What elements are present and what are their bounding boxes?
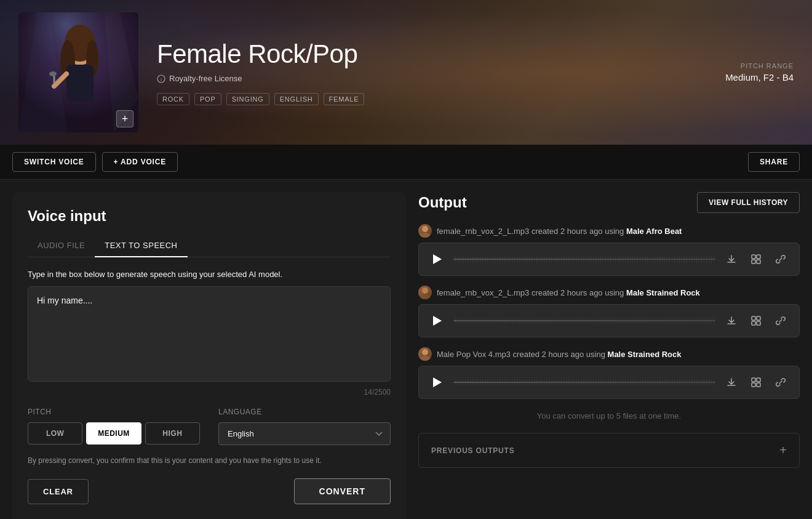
output-item-3-header: Male Pop Vox 4.mp3 created 2 hours ago u…	[418, 347, 800, 361]
hero-image: +	[18, 12, 138, 132]
output-item-2-label: female_rnb_vox_2_L.mp3 created 2 hours a…	[437, 288, 700, 297]
output-header: Output VIEW FULL HISTORY	[418, 192, 800, 213]
pitch-control: Pitch LOW MEDIUM HIGH	[28, 408, 200, 445]
share-button[interactable]: SHARE	[748, 152, 800, 172]
view-history-button[interactable]: VIEW FULL HISTORY	[697, 192, 800, 213]
svg-point-21	[422, 288, 428, 294]
clear-button[interactable]: CLEAR	[28, 479, 89, 504]
switch-voice-button[interactable]: SWITCH VOICE	[12, 152, 96, 172]
convert-button[interactable]: CONVERT	[294, 478, 391, 504]
tag-english: ENGLISH	[274, 93, 319, 105]
tag-singing: SINGING	[226, 93, 269, 105]
link-button-1[interactable]	[772, 251, 789, 268]
switch-voice-label: SWITCH VOICE	[24, 158, 84, 166]
voice-input-panel: Voice input AUDIO FILE TEXT TO SPEECH Ty…	[12, 192, 406, 519]
previous-outputs-expand-icon[interactable]: +	[779, 443, 787, 457]
svg-point-29	[420, 356, 431, 361]
pitch-buttons: LOW MEDIUM HIGH	[28, 422, 200, 445]
download-button-1[interactable]	[723, 251, 740, 268]
svg-point-15	[420, 233, 431, 238]
play-button-1[interactable]	[429, 251, 446, 268]
play-button-2[interactable]	[429, 312, 446, 329]
player-actions-1	[723, 251, 789, 268]
svg-rect-26	[752, 321, 755, 325]
output-avatar-2	[418, 286, 432, 299]
grid-button-1[interactable]	[747, 251, 765, 268]
download-button-3[interactable]	[723, 374, 740, 391]
download-button-2[interactable]	[723, 312, 740, 329]
svg-rect-19	[752, 260, 755, 264]
svg-rect-27	[757, 321, 760, 325]
pitch-range-label: PITCH RANGE	[725, 62, 794, 70]
hero-license: i Royalty-free License	[157, 74, 725, 83]
toolbar: SWITCH VOICE + ADD VOICE SHARE	[0, 145, 812, 180]
waveform-2	[453, 320, 715, 321]
output-avatar-1	[418, 224, 432, 238]
controls-row: Pitch LOW MEDIUM HIGH Language English	[28, 408, 391, 445]
grid-button-2[interactable]	[747, 312, 765, 329]
output-panel: Output VIEW FULL HISTORY female_rnb_vox_…	[418, 192, 800, 519]
link-button-3[interactable]	[772, 374, 789, 391]
svg-rect-33	[752, 383, 755, 387]
pitch-low-button[interactable]: LOW	[28, 422, 82, 445]
audio-player-1	[418, 243, 800, 276]
output-item-3-label: Male Pop Vox 4.mp3 created 2 hours ago u…	[437, 350, 681, 359]
output-limit-note: You can convert up to 5 files at one tim…	[418, 411, 800, 420]
output-item-3: Male Pop Vox 4.mp3 created 2 hours ago u…	[418, 347, 800, 399]
tab-audio-file[interactable]: AUDIO FILE	[28, 236, 95, 257]
hero-title: Female Rock/Pop	[157, 39, 725, 69]
pitch-medium-button[interactable]: MEDIUM	[86, 422, 141, 445]
play-button-3[interactable]	[429, 374, 446, 391]
license-text: Royalty-free License	[169, 74, 242, 83]
tts-hint: Type in the box below to generate speech…	[28, 270, 391, 279]
output-avatar-3	[418, 347, 432, 361]
link-button-2[interactable]	[772, 312, 789, 329]
language-select[interactable]: English Spanish French German Italian	[218, 422, 391, 445]
hero-add-button[interactable]: +	[116, 110, 133, 127]
previous-outputs-section[interactable]: PREVIOUS OUTPUTS +	[418, 433, 800, 468]
hero-section: + Female Rock/Pop i Royalty-free License…	[0, 0, 812, 145]
grid-button-3[interactable]	[747, 374, 765, 391]
svg-rect-24	[752, 316, 755, 320]
player-actions-2	[723, 312, 789, 329]
add-voice-button[interactable]: + ADD VOICE	[102, 152, 178, 172]
svg-rect-32	[757, 378, 760, 382]
svg-rect-34	[757, 383, 760, 387]
add-voice-label: + ADD VOICE	[114, 158, 166, 166]
input-tabs: AUDIO FILE TEXT TO SPEECH	[28, 236, 391, 257]
player-actions-3	[723, 374, 789, 391]
hero-pitch-info: PITCH RANGE Medium, F2 - B4	[725, 62, 794, 82]
svg-marker-16	[433, 254, 442, 264]
tag-female: FEMALE	[324, 93, 365, 105]
share-label: SHARE	[760, 158, 788, 166]
language-control: Language English Spanish French German I…	[218, 408, 391, 445]
output-item-1: female_rnb_vox_2_L.mp3 created 2 hours a…	[418, 224, 800, 276]
previous-outputs-label: PREVIOUS OUTPUTS	[431, 446, 514, 455]
svg-marker-23	[433, 316, 442, 326]
info-circle-icon: i	[157, 74, 165, 83]
main-content: Voice input AUDIO FILE TEXT TO SPEECH Ty…	[0, 180, 812, 519]
svg-point-22	[420, 294, 431, 299]
language-label: Language	[218, 408, 391, 416]
hero-info: Female Rock/Pop i Royalty-free License R…	[157, 39, 725, 105]
svg-rect-20	[757, 260, 760, 264]
waveform-3	[453, 382, 715, 383]
pitch-high-button[interactable]: HIGH	[145, 422, 200, 445]
output-title: Output	[418, 194, 467, 211]
svg-rect-18	[757, 255, 760, 259]
output-item-1-header: female_rnb_vox_2_L.mp3 created 2 hours a…	[418, 224, 800, 238]
svg-point-14	[422, 226, 428, 232]
svg-point-28	[422, 349, 428, 355]
tag-rock: ROCK	[157, 93, 189, 105]
action-row: CLEAR CONVERT	[28, 478, 391, 504]
svg-rect-31	[752, 378, 755, 382]
voice-input-title: Voice input	[28, 207, 391, 225]
output-item-1-label: female_rnb_vox_2_L.mp3 created 2 hours a…	[437, 227, 682, 236]
text-input[interactable]: Hi my name....	[28, 286, 391, 382]
tab-text-to-speech[interactable]: TEXT TO SPEECH	[95, 236, 187, 257]
output-item-2-header: female_rnb_vox_2_L.mp3 created 2 hours a…	[418, 286, 800, 299]
disclaimer: By pressing convert, you confirm that th…	[28, 455, 391, 466]
svg-marker-30	[433, 377, 442, 387]
pitch-range-value: Medium, F2 - B4	[725, 72, 794, 82]
tag-pop: POP	[194, 93, 221, 105]
